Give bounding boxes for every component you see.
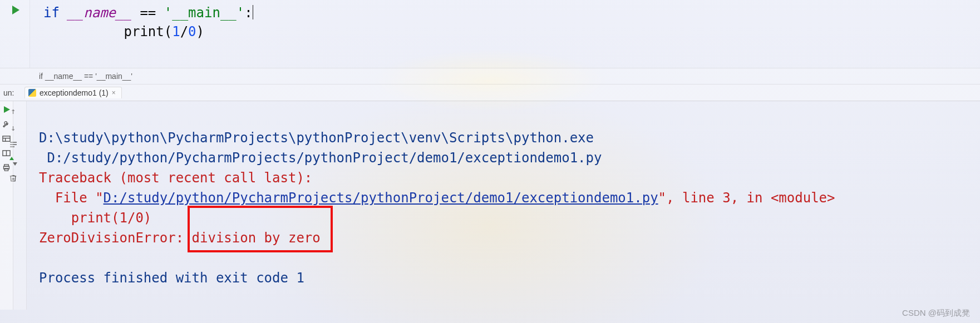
console-output[interactable]: D:\study\python\PycharmProjects\pythonPr… — [27, 101, 980, 310]
error-name: ZeroDivisionError: — [39, 230, 192, 246]
run-gutter-icon[interactable] — [12, 6, 19, 14]
rerun-button[interactable] — [2, 105, 12, 115]
operator-div: / — [180, 24, 188, 39]
run-output-wrapper: ↑ ↓ D:\study\python\PycharmProjects\pyth… — [0, 101, 980, 310]
close-icon[interactable]: × — [112, 89, 116, 97]
colon: : — [244, 5, 252, 21]
editor-gutter — [0, 0, 30, 68]
operator-eq: == — [132, 5, 164, 21]
error-message: division by zero — [192, 230, 321, 246]
rparen: ) — [196, 24, 204, 39]
run-tab-name: exceptiondemo1 (1) — [40, 88, 109, 97]
run-toolbar-primary — [0, 101, 13, 310]
call-print: print — [124, 24, 164, 39]
traceback-codeline: print(1/0) — [39, 210, 151, 226]
num-0: 0 — [188, 24, 196, 39]
svg-marker-0 — [4, 106, 10, 113]
keyword-if: if — [43, 5, 60, 21]
run-tab-bar: un: exceptiondemo1 (1) × — [0, 85, 980, 101]
code-line-1[interactable]: if __name__ == '__main__': — [0, 3, 980, 22]
text-cursor — [253, 5, 253, 19]
dunder-name: __name__ — [67, 5, 132, 21]
indent — [43, 24, 124, 39]
file-link[interactable]: D:/study/python/PycharmProjects/pythonPr… — [104, 190, 658, 206]
watermark: CSDN @码到成凳 — [902, 308, 970, 319]
breadcrumb-text: if __name__ == '__main__' — [39, 72, 132, 81]
interpreter-path: D:\study\python\PycharmProjects\pythonPr… — [39, 130, 602, 146]
num-1: 1 — [172, 24, 180, 39]
python-icon — [28, 89, 36, 97]
script-path: D:/study/python/PycharmProjects/pythonPr… — [39, 150, 602, 166]
run-label: un: — [3, 88, 19, 97]
exit-code-line: Process finished with exit code 1 — [39, 270, 304, 286]
code-editor[interactable]: if __name__ == '__main__': print(1/0) — [0, 0, 980, 68]
layout-icon[interactable] — [2, 133, 12, 143]
scroll-to-end-icon[interactable] — [8, 156, 19, 167]
run-config-tab[interactable]: exceptiondemo1 (1) × — [24, 87, 122, 98]
file-prefix: File " — [39, 190, 104, 206]
file-suffix: ", line 3, in <module> — [658, 190, 835, 206]
string-main: '__main__' — [164, 5, 245, 21]
traceback-header: Traceback (most recent call last): — [39, 170, 312, 186]
svg-rect-1 — [3, 136, 10, 141]
breadcrumb[interactable]: if __name__ == '__main__' — [0, 68, 980, 85]
wrench-icon[interactable] — [2, 119, 12, 129]
code-line-2[interactable]: print(1/0) — [0, 22, 980, 41]
lparen: ( — [164, 24, 172, 39]
